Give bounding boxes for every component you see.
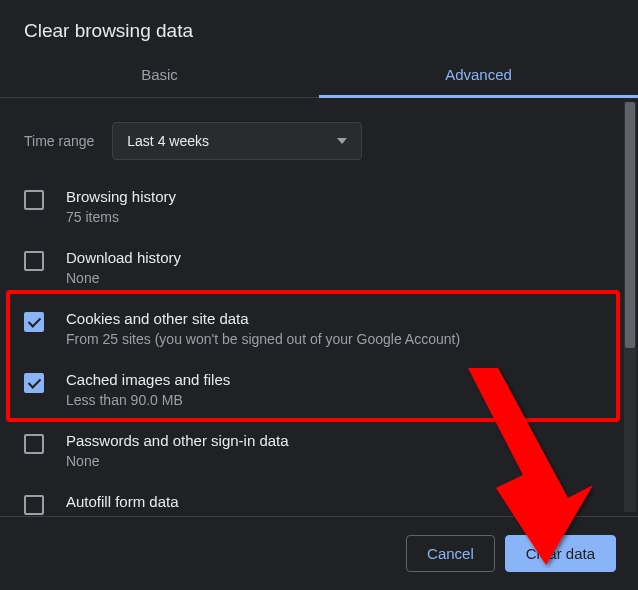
content-area: Time range Last 4 weeks Browsing history… [0,98,638,516]
option-title: Autofill form data [66,493,179,510]
option-sub: From 25 sites (you won't be signed out o… [66,331,460,347]
option-cookies[interactable]: Cookies and other site data From 25 site… [24,300,600,361]
dialog-title: Clear browsing data [0,0,638,52]
clear-data-button[interactable]: Clear data [505,535,616,572]
checkbox-cached[interactable] [24,373,44,393]
option-passwords[interactable]: Passwords and other sign-in data None [24,422,600,483]
option-title: Download history [66,249,181,266]
checkbox-browsing-history[interactable] [24,190,44,210]
time-range-row: Time range Last 4 weeks [0,98,624,178]
tab-advanced[interactable]: Advanced [319,52,638,97]
tab-basic[interactable]: Basic [0,52,319,97]
option-sub: None [66,270,181,286]
option-title: Cached images and files [66,371,230,388]
time-range-value: Last 4 weeks [127,133,209,149]
option-autofill[interactable]: Autofill form data [24,483,600,516]
chevron-down-icon [337,138,347,144]
option-download-history[interactable]: Download history None [24,239,600,300]
option-sub: Less than 90.0 MB [66,392,230,408]
checkbox-autofill[interactable] [24,495,44,515]
tabs: Basic Advanced [0,52,638,98]
option-title: Passwords and other sign-in data [66,432,289,449]
option-title: Cookies and other site data [66,310,460,327]
option-browsing-history[interactable]: Browsing history 75 items [24,178,600,239]
option-sub: 75 items [66,209,176,225]
dialog-footer: Cancel Clear data [0,516,638,590]
time-range-select[interactable]: Last 4 weeks [112,122,362,160]
options-list: Browsing history 75 items Download histo… [0,178,624,516]
time-range-label: Time range [24,133,94,149]
clear-browsing-data-dialog: Clear browsing data Basic Advanced Time … [0,0,638,590]
scrollbar[interactable] [624,102,636,512]
scrollbar-thumb[interactable] [625,102,635,348]
option-sub: None [66,453,289,469]
checkbox-passwords[interactable] [24,434,44,454]
checkbox-download-history[interactable] [24,251,44,271]
checkbox-cookies[interactable] [24,312,44,332]
cancel-button[interactable]: Cancel [406,535,495,572]
option-title: Browsing history [66,188,176,205]
option-cached[interactable]: Cached images and files Less than 90.0 M… [24,361,600,422]
